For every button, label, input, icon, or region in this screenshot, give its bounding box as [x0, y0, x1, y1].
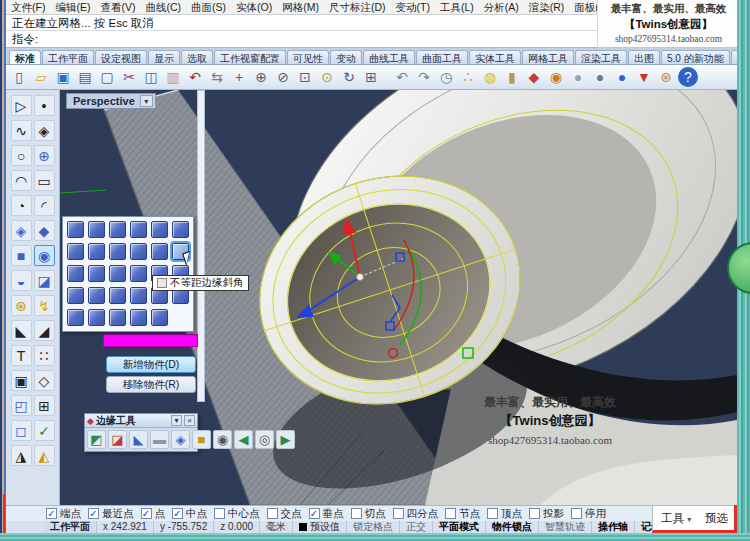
analyze-icon[interactable]: ◮ — [11, 445, 32, 466]
docked-panel-scrollbar[interactable] — [197, 90, 205, 402]
viewport-menu-caret-icon[interactable]: ▾ — [140, 95, 153, 107]
checkbox-icon[interactable] — [267, 508, 278, 519]
tab-11[interactable]: 网格工具 — [522, 50, 574, 65]
lamp-icon[interactable]: ◍ — [480, 67, 500, 87]
perspective-viewport[interactable]: Perspective ▾ 不等距边缘斜角 新增物件(D) 移除物件(R) ◆ … — [60, 90, 737, 505]
arc-icon[interactable]: ◠ — [11, 170, 32, 191]
gumball-icon[interactable]: ◇ — [34, 370, 55, 391]
tab-0[interactable]: 标准 — [9, 50, 41, 65]
tab-7[interactable]: 变动 — [330, 50, 362, 65]
menu-item-8[interactable]: 变动(T) — [391, 0, 435, 14]
osnap-toggle-1[interactable]: ✓最近点 — [88, 507, 134, 521]
tab-6[interactable]: 可见性 — [287, 50, 329, 65]
menu-item-0[interactable]: 文件(F) — [6, 0, 50, 14]
undo-view-icon[interactable]: ↶ — [392, 67, 412, 87]
menu-item-4[interactable]: 曲面(S) — [186, 0, 231, 14]
group-icon[interactable]: ▣ — [11, 370, 32, 391]
add-object-button[interactable]: 新增物件(D) — [106, 356, 196, 373]
torus-icon[interactable]: ◒ — [11, 270, 32, 291]
rectangle-icon[interactable]: ▭ — [34, 170, 55, 191]
osnap-toggle-4[interactable]: 中心点 — [214, 507, 260, 521]
tab-5[interactable]: 工作视窗配置 — [214, 50, 286, 65]
solid-tool-icon[interactable] — [130, 221, 147, 238]
print-icon[interactable]: ▤ — [75, 67, 95, 87]
solid-union-icon[interactable]: ◰ — [11, 395, 32, 416]
extrude-solid-icon[interactable]: ◪ — [34, 270, 55, 291]
checkbox-icon[interactable] — [571, 508, 582, 519]
rotate-view-icon[interactable]: ↻ — [339, 67, 359, 87]
osnap-toggle-0[interactable]: ✓端点 — [46, 507, 81, 521]
sb-toggle-3[interactable]: 物件锁点 — [486, 521, 539, 533]
solid-tool-icon[interactable] — [172, 221, 189, 238]
tab-2[interactable]: 设定视图 — [95, 50, 147, 65]
color-wheel-icon[interactable]: ◉ — [546, 67, 566, 87]
solid-tool-icon[interactable] — [130, 287, 147, 304]
solid-tool-icon[interactable] — [88, 309, 105, 326]
explode-icon[interactable]: ↯ — [34, 295, 55, 316]
align-icon[interactable]: ∷ — [34, 345, 55, 366]
corner-blend-icon[interactable]: ◜ — [34, 195, 55, 216]
boolean-icon[interactable]: ⊛ — [11, 295, 32, 316]
menu-item-7[interactable]: 尺寸标注(D) — [324, 0, 391, 14]
checkbox-icon[interactable] — [445, 508, 456, 519]
chamfer-icon[interactable]: ◢ — [34, 320, 55, 341]
fillet-icon[interactable]: ◣ — [11, 320, 32, 341]
tab-8[interactable]: 曲线工具 — [363, 50, 415, 65]
osnap-toggle-12[interactable]: 停用 — [571, 507, 606, 521]
menu-item-3[interactable]: 曲线(C) — [140, 0, 186, 14]
box-icon[interactable]: ■ — [11, 245, 32, 266]
units-cell[interactable]: 毫米 — [260, 521, 293, 533]
zoom-dynamic-icon[interactable]: ⊘ — [273, 67, 293, 87]
checkbox-icon[interactable] — [214, 508, 225, 519]
menu-item-10[interactable]: 分析(A) — [479, 0, 524, 14]
named-view-icon[interactable]: ∴ — [458, 67, 478, 87]
conic-icon[interactable]: ◔ — [11, 195, 32, 216]
new-file-icon[interactable]: ▯ — [9, 67, 29, 87]
checkbox-icon[interactable] — [351, 508, 362, 519]
pan-icon[interactable]: ⇆ — [207, 67, 227, 87]
osnap-toggle-8[interactable]: 四分点 — [393, 507, 439, 521]
cone-icon[interactable]: ◭ — [34, 445, 55, 466]
menu-item-5[interactable]: 实体(O) — [231, 0, 277, 14]
osnap-toggle-3[interactable]: ✓中点 — [172, 507, 207, 521]
menu-item-1[interactable]: 编辑(E) — [50, 0, 95, 14]
lock-icon[interactable]: ▮ — [502, 67, 522, 87]
edge-tools-close-icon[interactable]: × — [184, 415, 195, 426]
previous-page-icon[interactable]: ◀ — [234, 430, 253, 449]
osnap-toggle-9[interactable]: 节点 — [445, 507, 480, 521]
zoom-selected-icon[interactable]: ⊙ — [317, 67, 337, 87]
tab-3[interactable]: 显示 — [148, 50, 180, 65]
tab-14[interactable]: 5.0 的新功能 — [661, 50, 730, 65]
options-gear-icon[interactable]: ⊛ — [656, 67, 676, 87]
raytrace-mode-icon[interactable]: ● — [612, 67, 632, 87]
menu-item-11[interactable]: 渲染(R) — [524, 0, 570, 14]
solid-tool-icon[interactable] — [88, 265, 105, 282]
osnap-toggle-6[interactable]: ✓垂点 — [309, 507, 344, 521]
checkbox-icon[interactable]: ✓ — [309, 508, 320, 519]
popup-tools-button[interactable]: 工具 ▾ — [661, 511, 691, 526]
solid-tool-icon[interactable] — [109, 287, 126, 304]
checkbox-icon[interactable]: ✓ — [172, 508, 183, 519]
osnap-toggle-10[interactable]: 顶点 — [487, 507, 522, 521]
checkbox-icon[interactable]: ✓ — [141, 508, 152, 519]
zoom-extents-icon[interactable]: ⊕ — [251, 67, 271, 87]
cut-icon[interactable]: ✂ — [119, 67, 139, 87]
restore-view-icon[interactable]: ◷ — [436, 67, 456, 87]
merge-edge-icon[interactable]: ◣ — [129, 430, 148, 449]
next-page-icon[interactable]: ▶ — [276, 430, 295, 449]
curve-icon[interactable]: ∿ — [11, 120, 32, 141]
tab-10[interactable]: 实体工具 — [469, 50, 521, 65]
solid-tool-icon[interactable] — [67, 221, 84, 238]
menu-item-9[interactable]: 工具(L) — [435, 0, 479, 14]
tab-1[interactable]: 工作平面 — [42, 50, 94, 65]
render-settings-icon[interactable]: ▼ — [634, 67, 654, 87]
solid-tool-icon[interactable] — [67, 309, 84, 326]
sphere-icon[interactable]: ⊕ — [34, 145, 55, 166]
zoom-page-icon[interactable]: ◎ — [255, 430, 274, 449]
select-icon[interactable]: ▷ — [11, 95, 32, 116]
osnap-toggle-5[interactable]: 交点 — [267, 507, 302, 521]
sb-toggle-4[interactable]: 智慧轨迹 — [539, 521, 592, 533]
sb-toggle-5[interactable]: 操作轴 — [592, 521, 635, 533]
checkbox-icon[interactable] — [393, 508, 404, 519]
solid-tool-icon[interactable] — [151, 221, 168, 238]
